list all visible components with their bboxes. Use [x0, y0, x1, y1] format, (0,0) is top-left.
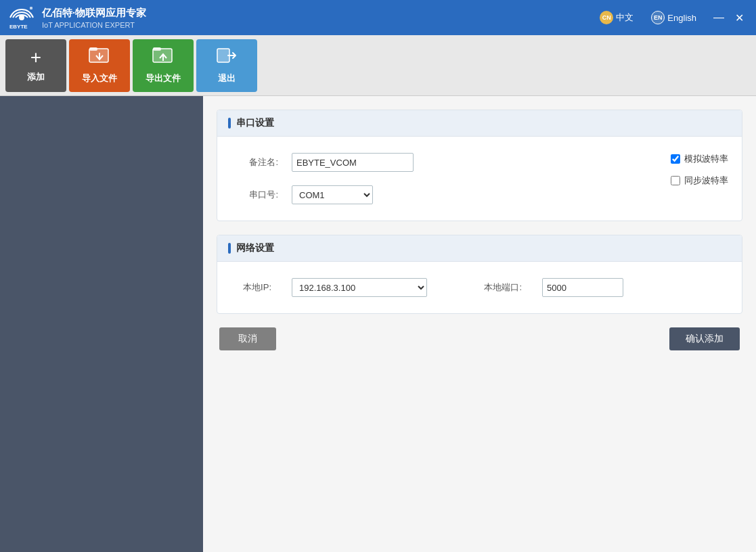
port-row: 串口号: COM1 COM2 COM3 [231, 185, 590, 204]
alias-input[interactable] [292, 153, 414, 172]
port-select[interactable]: COM1 COM2 COM3 [292, 185, 373, 204]
sim-baud-checkbox[interactable] [671, 154, 680, 164]
logout-label: 退出 [218, 72, 236, 85]
main-content: 串口设置 备注名: 串口号: COM1 [0, 96, 756, 552]
logo-area: EBYTE 亿佰特·物联网应用专家 IoT APPLICATION EXPERT [7, 3, 594, 32]
network-row: 本地IP: 192.168.3.100 192.168.1.1 本地端口: [231, 278, 728, 297]
ebyte-logo: EBYTE [7, 3, 37, 32]
svg-rect-8 [153, 47, 161, 51]
svg-rect-5 [89, 47, 97, 51]
bottom-buttons: 取消 确认添加 [217, 327, 742, 350]
serial-section-body: 备注名: 串口号: COM1 COM2 COM3 [217, 137, 742, 221]
cn-label: 中文 [616, 12, 633, 24]
logout-button[interactable]: 退出 [196, 39, 257, 92]
network-section-title: 网络设置 [236, 242, 274, 254]
sync-baud-row: 同步波特率 [671, 175, 728, 187]
import-button[interactable]: 导入文件 [69, 39, 130, 92]
local-port-input[interactable] [542, 278, 623, 297]
svg-text:EBYTE: EBYTE [9, 24, 28, 30]
sync-baud-label: 同步波特率 [684, 175, 728, 187]
right-panel: 串口设置 备注名: 串口号: COM1 [203, 96, 756, 552]
logo-brand: 亿佰特·物联网应用专家 IoT APPLICATION EXPERT [42, 7, 146, 29]
add-label: 添加 [27, 71, 45, 83]
sync-baud-checkbox[interactable] [671, 176, 680, 185]
close-button[interactable]: ✕ [729, 7, 749, 28]
export-icon [152, 46, 175, 68]
serial-settings-card: 串口设置 备注名: 串口号: COM1 [217, 110, 742, 221]
minimize-button[interactable]: — [709, 7, 729, 28]
confirm-button[interactable]: 确认添加 [669, 327, 740, 350]
alias-label: 备注名: [231, 156, 278, 168]
en-circle: EN [651, 11, 665, 24]
network-settings-header: 网络设置 [217, 235, 742, 262]
network-section-body: 本地IP: 192.168.3.100 192.168.1.1 本地端口: [217, 262, 742, 313]
port-label: 串口号: [231, 189, 278, 201]
sim-baud-label: 模拟波特率 [684, 153, 728, 165]
sidebar [0, 96, 203, 552]
toolbar: + 添加 导入文件 导出文件 [0, 35, 756, 96]
serial-settings-header: 串口设置 [217, 110, 742, 137]
lang-en-button[interactable]: EN English [646, 8, 702, 27]
checkbox-area: 模拟波特率 同步波特率 [671, 153, 728, 187]
serial-col-right: 模拟波特率 同步波特率 [630, 153, 728, 187]
svg-point-1 [20, 16, 24, 20]
title-bar: EBYTE 亿佰特·物联网应用专家 IoT APPLICATION EXPERT… [0, 0, 756, 35]
import-icon [88, 46, 111, 68]
alias-row: 备注名: [231, 153, 590, 172]
import-label: 导入文件 [82, 72, 117, 85]
serial-section-marker [228, 118, 231, 129]
logo-main-text: 亿佰特·物联网应用专家 [42, 7, 146, 20]
logout-icon [216, 46, 238, 68]
lang-cn-button[interactable]: CN 中文 [594, 8, 639, 27]
language-switcher: CN 中文 EN English [594, 8, 702, 27]
logo-sub-text: IoT APPLICATION EXPERT [42, 21, 146, 29]
export-label: 导出文件 [146, 72, 181, 85]
cancel-button[interactable]: 取消 [219, 327, 276, 350]
sim-baud-row: 模拟波特率 [671, 153, 728, 165]
add-button[interactable]: + 添加 [5, 39, 66, 92]
en-label: English [667, 13, 696, 23]
local-ip-select[interactable]: 192.168.3.100 192.168.1.1 [292, 278, 427, 297]
network-section-marker [228, 243, 231, 254]
cn-circle: CN [600, 11, 613, 24]
add-icon: + [30, 48, 41, 67]
network-settings-card: 网络设置 本地IP: 192.168.3.100 192.168.1.1 本地端… [217, 235, 742, 314]
serial-col-left: 备注名: 串口号: COM1 COM2 COM3 [231, 153, 590, 204]
serial-section-title: 串口设置 [236, 117, 274, 129]
svg-rect-3 [30, 7, 32, 9]
export-button[interactable]: 导出文件 [133, 39, 194, 92]
local-port-label: 本地端口: [474, 281, 522, 294]
local-ip-label: 本地IP: [231, 281, 271, 294]
serial-two-col: 备注名: 串口号: COM1 COM2 COM3 [231, 153, 728, 204]
